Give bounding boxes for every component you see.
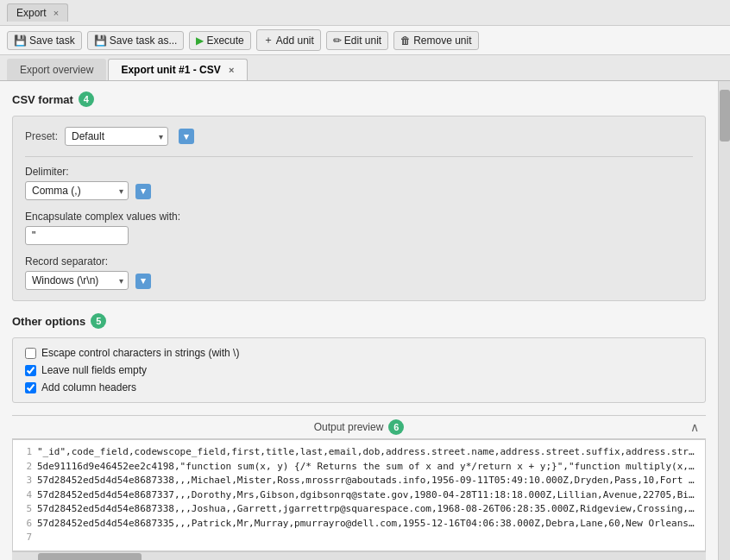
line-content-2: 5de91116d9e46452ee2c4198,"function sum(x…	[37, 460, 698, 475]
encapsulate-label: Encapsulate complex values with:	[25, 211, 693, 223]
divider-1	[25, 156, 693, 157]
other-options-box: Escape control characters in strings (wi…	[12, 337, 706, 403]
csv-format-box: Preset: Default ▾ ▾ Delimiter: Comma (,)…	[12, 116, 706, 301]
output-line-3: 3 57d28452ed5d4d54e8687338,,,Michael,Mis…	[20, 474, 698, 488]
csv-format-section-header: CSV format 4	[12, 91, 706, 107]
record-separator-select[interactable]: Windows (\r\n) Unix (\n) Mac (\r)	[25, 271, 129, 290]
tab-close-icon[interactable]: ×	[229, 65, 234, 75]
remove-unit-button[interactable]: 🗑 Remove unit	[393, 31, 478, 50]
record-separator-select-wrapper: Windows (\r\n) Unix (\n) Mac (\r) ▾	[25, 271, 129, 290]
delimiter-select[interactable]: Comma (,) Semicolon (;) Tab Pipe (|)	[25, 181, 129, 200]
title-bar: Export ×	[0, 0, 730, 26]
vertical-scrollbar-track[interactable]	[718, 81, 730, 560]
other-options-section-header: Other options 5	[12, 313, 706, 329]
tabs-row: Export overview Export unit #1 - CSV ×	[0, 55, 730, 81]
record-separator-group: Record separator: Windows (\r\n) Unix (\…	[25, 255, 693, 290]
preset-select[interactable]: Default	[65, 127, 168, 146]
delimiter-blue-button[interactable]: ▾	[135, 184, 151, 199]
line-num-2: 2	[20, 460, 32, 475]
line-content-3: 57d28452ed5d4d54e8687338,,,Michael,Miste…	[37, 474, 698, 488]
delimiter-group: Delimiter: Comma (,) Semicolon (;) Tab P…	[25, 166, 693, 200]
execute-label: Execute	[206, 35, 243, 47]
add-column-headers-checkbox[interactable]	[25, 382, 36, 393]
escape-control-checkbox[interactable]	[25, 348, 36, 359]
output-preview-badge: 6	[388, 419, 404, 435]
escape-control-row: Escape control characters in strings (wi…	[25, 347, 693, 359]
output-line-6: 6 57d28452ed5d4d54e8687335,,,Patrick,Mr,…	[20, 517, 698, 532]
main-content: CSV format 4 Preset: Default ▾ ▾ Delimit…	[0, 81, 730, 560]
execute-icon: ▶	[196, 35, 204, 47]
line-content-1: "_id",code_field,codewscope_field,first,…	[37, 445, 698, 460]
line-num-3: 3	[20, 474, 32, 488]
leave-null-label: Leave null fields empty	[41, 364, 147, 376]
vertical-scrollbar-thumb[interactable]	[720, 90, 730, 142]
delimiter-label: Delimiter:	[25, 166, 693, 178]
output-line-5: 5 57d28452ed5d4d54e8687338,,,Joshua,,Gar…	[20, 502, 698, 517]
save-as-icon: 💾	[94, 35, 107, 47]
output-line-7: 7	[20, 531, 698, 545]
tab-export-unit-csv-label: Export unit #1 - CSV	[121, 64, 220, 76]
line-num-4: 4	[20, 488, 32, 503]
save-icon: 💾	[14, 35, 27, 47]
tab-export-overview-label: Export overview	[20, 64, 93, 76]
add-unit-label: Add unit	[276, 35, 314, 47]
execute-button[interactable]: ▶ Execute	[189, 31, 250, 50]
line-num-7: 7	[20, 531, 32, 545]
save-task-as-button[interactable]: 💾 Save task as...	[87, 31, 185, 50]
collapse-icon[interactable]: ∧	[690, 420, 699, 434]
line-num-6: 6	[20, 517, 32, 532]
csv-format-badge: 4	[79, 91, 94, 107]
line-content-5: 57d28452ed5d4d54e8687338,,,Joshua,,Garre…	[37, 502, 698, 517]
output-preview-label: Output preview	[314, 421, 384, 433]
horizontal-scrollbar[interactable]	[12, 551, 706, 560]
remove-icon: 🗑	[400, 35, 411, 47]
other-options-badge: 5	[91, 313, 106, 329]
output-line-2: 2 5de91116d9e46452ee2c4198,"function sum…	[20, 460, 698, 475]
title-tab-label: Export	[16, 7, 47, 19]
line-num-5: 5	[20, 502, 32, 517]
title-close-icon[interactable]: ×	[53, 8, 59, 18]
preset-blue-button[interactable]: ▾	[179, 129, 194, 144]
line-content-4: 57d28452ed5d4d54e8687337,,,Dorothy,Mrs,G…	[37, 488, 698, 503]
leave-null-checkbox[interactable]	[25, 365, 36, 376]
line-num-1: 1	[20, 445, 32, 460]
output-panel: Output preview 6 ∧ 1 "_id",code_field,co…	[12, 415, 706, 560]
edit-icon: ✏	[333, 35, 342, 47]
line-content-6: 57d28452ed5d4d54e8687335,,,Patrick,Mr,Mu…	[37, 517, 698, 532]
preset-label: Preset:	[25, 130, 58, 142]
encapsulate-input[interactable]	[25, 226, 129, 245]
delimiter-select-wrapper: Comma (,) Semicolon (;) Tab Pipe (|) ▾	[25, 181, 129, 200]
h-scrollbar-thumb[interactable]	[38, 553, 142, 560]
add-unit-button[interactable]: ＋ Add unit	[256, 29, 321, 51]
other-options-title: Other options	[12, 315, 85, 328]
save-task-as-label: Save task as...	[110, 35, 178, 47]
escape-control-label: Escape control characters in strings (wi…	[41, 347, 239, 359]
save-task-label: Save task	[29, 35, 75, 47]
output-line-4: 4 57d28452ed5d4d54e8687337,,,Dorothy,Mrs…	[20, 488, 698, 503]
preset-row: Preset: Default ▾ ▾	[25, 127, 693, 146]
record-separator-blue-button[interactable]: ▾	[135, 274, 151, 289]
add-column-headers-label: Add column headers	[41, 381, 136, 393]
output-preview-area: 1 "_id",code_field,codewscope_field,firs…	[12, 439, 706, 551]
edit-unit-button[interactable]: ✏ Edit unit	[326, 31, 388, 50]
encapsulate-group: Encapsulate complex values with:	[25, 211, 693, 245]
tab-export-unit-csv[interactable]: Export unit #1 - CSV ×	[108, 59, 247, 80]
title-tab: Export ×	[7, 3, 68, 22]
tab-export-overview[interactable]: Export overview	[7, 59, 106, 80]
save-task-button[interactable]: 💾 Save task	[7, 31, 82, 50]
content-area: CSV format 4 Preset: Default ▾ ▾ Delimit…	[0, 81, 718, 560]
record-separator-label: Record separator:	[25, 255, 693, 267]
csv-format-title: CSV format	[12, 93, 73, 106]
preset-select-wrapper: Default ▾	[65, 127, 168, 146]
remove-unit-label: Remove unit	[413, 35, 471, 47]
add-column-headers-row: Add column headers	[25, 381, 693, 393]
output-line-1: 1 "_id",code_field,codewscope_field,firs…	[20, 445, 698, 460]
toolbar: 💾 Save task 💾 Save task as... ▶ Execute …	[0, 26, 730, 55]
output-preview-header: Output preview 6 ∧	[12, 416, 706, 439]
edit-unit-label: Edit unit	[344, 35, 381, 47]
add-icon: ＋	[263, 33, 274, 47]
leave-null-row: Leave null fields empty	[25, 364, 693, 376]
